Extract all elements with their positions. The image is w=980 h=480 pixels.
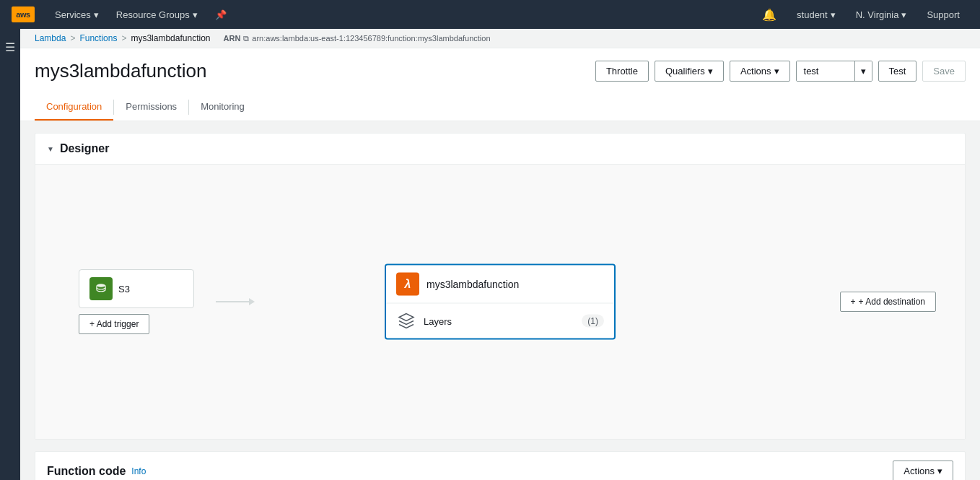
copy-icon[interactable]: ⧉ <box>243 34 249 43</box>
user-menu[interactable]: student ▾ <box>788 0 844 29</box>
user-chevron-icon: ▾ <box>831 9 836 20</box>
function-code-actions: Actions ▾ <box>893 461 953 480</box>
main-wrapper: ☰ Lambda > Functions > mys3lambdafunctio… <box>0 29 980 480</box>
sidebar-menu-icon[interactable]: ☰ <box>1 36 19 58</box>
function-code-actions-chevron-icon: ▾ <box>937 466 942 476</box>
designer-section-header[interactable]: ▼ Designer <box>35 134 965 165</box>
layers-label: Layers <box>424 315 574 326</box>
qualifiers-label: Qualifiers <box>665 66 705 77</box>
resource-groups-chevron-icon: ▾ <box>193 9 198 20</box>
lambda-layers[interactable]: Layers (1) <box>386 304 614 339</box>
s3-trigger-box[interactable]: S3 <box>79 269 194 308</box>
function-code-header: Function code Info Actions ▾ <box>35 452 965 480</box>
support-label: Support <box>927 9 960 20</box>
layers-count: (1) <box>582 315 604 328</box>
tab-permissions[interactable]: Permissions <box>114 94 188 121</box>
svg-point-0 <box>97 284 105 287</box>
add-destination-label: + Add destination <box>859 297 925 307</box>
add-trigger-button[interactable]: + Add trigger <box>79 314 149 334</box>
user-label: student <box>797 9 828 20</box>
resource-groups-label: Resource Groups <box>116 9 190 20</box>
designer-collapse-icon: ▼ <box>47 145 54 153</box>
test-select-arrow-icon[interactable]: ▾ <box>854 61 872 81</box>
arn-section: ARN ⧉ arn:aws:lambda:us-east-1:123456789… <box>224 34 491 43</box>
nav-right-section: 🔔 student ▾ N. Virginia ▾ Support <box>753 0 968 29</box>
actions-chevron-icon: ▾ <box>774 66 779 77</box>
support-menu[interactable]: Support <box>918 0 968 29</box>
region-chevron-icon: ▾ <box>901 9 906 20</box>
aws-logo[interactable]: aws <box>12 6 35 22</box>
connector-line <box>216 301 252 302</box>
top-navigation: aws Services ▾ Resource Groups ▾ 📌 🔔 stu… <box>0 0 980 29</box>
breadcrumb: Lambda > Functions > mys3lambdafunction … <box>20 29 980 48</box>
services-label: Services <box>55 9 91 20</box>
lambda-box-wrapper: λ mys3lambdafunction <box>385 264 616 340</box>
designer-canvas: S3 + Add trigger λ <box>50 179 950 424</box>
breadcrumb-sep-1: > <box>70 33 75 43</box>
breadcrumb-current: mys3lambdafunction <box>131 33 210 43</box>
function-code-title: Function code <box>47 465 126 478</box>
designer-title: Designer <box>60 142 109 155</box>
page-header-top: mys3lambdafunction Throttle Qualifiers ▾… <box>35 60 966 82</box>
lambda-function-box[interactable]: λ mys3lambdafunction <box>385 264 616 340</box>
test-select: test ▾ <box>796 61 872 82</box>
lambda-icon: λ <box>396 273 419 296</box>
region-menu[interactable]: N. Virginia ▾ <box>847 0 916 29</box>
region-label: N. Virginia <box>856 9 899 20</box>
header-actions: Throttle Qualifiers ▾ Actions ▾ test ▾ T… <box>595 61 966 82</box>
function-code-actions-label: Actions <box>904 466 935 476</box>
sidebar: ☰ <box>0 29 20 480</box>
designer-body: S3 + Add trigger λ <box>35 165 965 439</box>
designer-section: ▼ Designer <box>35 133 966 440</box>
actions-button[interactable]: Actions ▾ <box>730 61 790 82</box>
tab-monitoring[interactable]: Monitoring <box>189 94 256 121</box>
page-header: mys3lambdafunction Throttle Qualifiers ▾… <box>20 48 980 121</box>
breadcrumb-lambda[interactable]: Lambda <box>35 33 66 43</box>
pin-icon-nav[interactable]: 📌 <box>206 0 235 29</box>
page-title: mys3lambdafunction <box>35 60 595 82</box>
test-select-value[interactable]: test <box>797 61 854 81</box>
pin-icon: 📌 <box>215 9 227 20</box>
layers-icon <box>396 311 416 331</box>
arn-label: ARN <box>224 34 241 43</box>
qualifiers-button[interactable]: Qualifiers ▾ <box>655 61 724 82</box>
info-link[interactable]: Info <box>131 466 146 476</box>
function-code-actions-button[interactable]: Actions ▾ <box>893 461 953 480</box>
lambda-function-name: mys3lambdafunction <box>426 279 519 290</box>
notification-bell[interactable]: 🔔 <box>753 0 785 29</box>
throttle-button[interactable]: Throttle <box>595 61 649 82</box>
actions-label: Actions <box>740 66 771 77</box>
aws-logo-text: aws <box>16 10 30 19</box>
s3-icon <box>89 277 113 300</box>
arn-value: arn:aws:lambda:us-east-1:123456789:funct… <box>252 34 490 43</box>
tabs: Configuration Permissions Monitoring <box>35 94 966 121</box>
test-button[interactable]: Test <box>878 61 917 82</box>
lambda-header: λ mys3lambdafunction <box>386 266 614 304</box>
tab-configuration[interactable]: Configuration <box>35 94 113 121</box>
resource-groups-nav-item[interactable]: Resource Groups ▾ <box>108 0 206 29</box>
bell-icon: 🔔 <box>762 8 776 22</box>
content-area: Lambda > Functions > mys3lambdafunction … <box>20 29 980 480</box>
add-destination-button[interactable]: + + Add destination <box>840 292 936 312</box>
breadcrumb-functions[interactable]: Functions <box>79 33 117 43</box>
services-chevron-icon: ▾ <box>94 9 99 20</box>
qualifiers-chevron-icon: ▾ <box>708 66 713 77</box>
s3-label: S3 <box>118 284 130 294</box>
plus-icon: + <box>851 297 856 307</box>
function-code-section: Function code Info Actions ▾ <box>35 451 966 480</box>
services-nav-item[interactable]: Services ▾ <box>46 0 108 29</box>
save-button[interactable]: Save <box>922 61 966 82</box>
trigger-group: S3 + Add trigger <box>79 269 194 334</box>
breadcrumb-sep-2: > <box>121 33 126 43</box>
